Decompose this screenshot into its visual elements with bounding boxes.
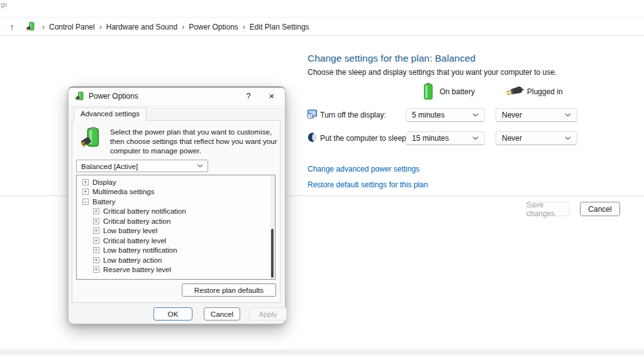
tree-item-label: Low battery notification: [103, 246, 177, 254]
close-icon[interactable]: ×: [265, 90, 279, 102]
tree-item-label: Low battery action: [103, 256, 162, 264]
up-arrow-icon[interactable]: ↑: [5, 21, 19, 33]
select-value: Balanced [Active]: [81, 162, 138, 170]
plug-icon: [504, 85, 525, 98]
tree-item-low-battery-level[interactable]: + Low battery level: [77, 226, 275, 236]
display-plugged-in-select[interactable]: Never: [496, 108, 577, 122]
tree-item-label: Multimedia settings: [92, 188, 154, 195]
tree-item-label: Battery: [92, 198, 115, 206]
tree-item-low-battery-action[interactable]: + Low battery action: [77, 255, 275, 265]
chevron-down-icon: [472, 136, 479, 140]
sleep-plugged-in-select[interactable]: Never: [496, 131, 577, 145]
save-changes-button[interactable]: Save changes: [526, 202, 570, 216]
breadcrumb-chevron: ›: [177, 23, 189, 31]
breadcrumb-chevron: ›: [38, 23, 49, 31]
display-icon: [307, 109, 318, 119]
tree-item-label: Display: [92, 178, 116, 186]
tree-item-critical-battery-level[interactable]: + Critical battery level: [77, 236, 275, 246]
expand-icon[interactable]: +: [93, 238, 99, 244]
ok-button[interactable]: OK: [153, 307, 192, 321]
expand-icon[interactable]: +: [93, 208, 99, 214]
dialog-title: Power Options: [89, 92, 138, 101]
tree-scrollbar-thumb[interactable]: [271, 229, 274, 278]
expand-icon[interactable]: +: [93, 257, 99, 263]
chevron-down-icon: [472, 113, 479, 117]
breadcrumb-power-options[interactable]: Power Options: [189, 23, 238, 31]
change-advanced-power-settings-link[interactable]: Change advanced power settings: [308, 165, 419, 173]
tree-item-label: Critical battery action: [103, 217, 170, 225]
tab-advanced-settings[interactable]: Advanced settings: [74, 107, 147, 121]
tree-item-display[interactable]: + Display: [77, 177, 275, 187]
tree-item-label: Critical battery level: [103, 237, 166, 244]
tree-item-critical-battery-action[interactable]: + Critical battery action: [77, 216, 275, 226]
dialog-titlebar[interactable]: Power Options ? ×: [69, 87, 285, 105]
tree-item-battery[interactable]: − Battery: [77, 197, 275, 207]
chevron-down-icon: [565, 136, 571, 140]
tree-scrollbar[interactable]: [270, 176, 274, 278]
select-value: 5 minutes: [412, 111, 445, 119]
sleep-on-battery-select[interactable]: 15 minutes: [406, 131, 485, 145]
window-bottom-shadow: [0, 348, 644, 358]
restore-default-settings-link[interactable]: Restore default settings for this plan: [308, 180, 428, 189]
column-header-plugged-in: Plugged in: [527, 87, 563, 96]
breadcrumb-chevron: ›: [238, 23, 250, 31]
window-title-fragment: gs: [1, 1, 8, 8]
power-options-icon: [80, 126, 103, 150]
tree-item-reserve-battery-level[interactable]: + Reserve battery level: [77, 265, 275, 275]
breadcrumb-chevron: ›: [95, 23, 106, 31]
tree-item-low-battery-notification[interactable]: + Low battery notification: [77, 246, 275, 256]
power-plan-select[interactable]: Balanced [Active]: [76, 160, 208, 172]
tree-item-multimedia-settings[interactable]: + Multimedia settings: [77, 187, 275, 197]
row-label-computer-sleep: Put the computer to sleep:: [320, 134, 408, 143]
expand-icon[interactable]: +: [93, 266, 99, 273]
page-subtitle: Choose the sleep and display settings th…: [308, 68, 557, 77]
expand-icon[interactable]: +: [82, 189, 89, 195]
breadcrumb-control-panel[interactable]: Control Panel: [49, 23, 95, 31]
apply-button[interactable]: Apply: [249, 307, 287, 321]
expand-icon[interactable]: +: [93, 228, 99, 234]
breadcrumb-hardware-and-sound[interactable]: Hardware and Sound: [106, 23, 177, 31]
power-options-icon: [26, 21, 36, 31]
select-value: 15 minutes: [412, 134, 449, 143]
battery-icon: [423, 82, 433, 100]
select-value: Never: [502, 134, 522, 143]
tree-item-critical-battery-notification[interactable]: + Critical battery notification: [77, 207, 275, 217]
chevron-down-icon: [197, 164, 203, 168]
collapse-icon[interactable]: −: [82, 199, 89, 205]
help-icon[interactable]: ?: [242, 90, 255, 102]
breadcrumb-edit-plan-settings[interactable]: Edit Plan Settings: [250, 23, 309, 31]
tree-item-label: Low battery level: [103, 227, 157, 234]
dialog-cancel-button[interactable]: Cancel: [204, 307, 240, 321]
restore-plan-defaults-button[interactable]: Restore plan defaults: [182, 283, 276, 297]
power-options-icon: [75, 91, 85, 101]
page-title: Change settings for the plan: Balanced: [308, 53, 475, 64]
edit-plan-settings-window: gs ↑ › Control Panel › Hardware and Soun…: [0, 0, 644, 362]
tree-item-label: Reserve battery level: [103, 266, 171, 273]
row-label-turn-off-display: Turn off the display:: [320, 111, 386, 119]
chevron-down-icon: [565, 113, 571, 117]
tree-item-label: Critical battery notification: [103, 207, 186, 215]
expand-icon[interactable]: +: [93, 218, 99, 224]
sleep-icon: [307, 132, 318, 143]
column-header-on-battery: On battery: [440, 87, 475, 96]
advanced-settings-tree: + Display + Multimedia settings − Batter…: [76, 175, 275, 280]
advanced-settings-tab-page: Select the power plan that you want to c…: [72, 120, 280, 303]
select-value: Never: [502, 111, 522, 119]
breadcrumb: › Control Panel › Hardware and Sound › P…: [38, 23, 309, 31]
cancel-button[interactable]: Cancel: [580, 202, 620, 216]
dialog-description: Select the power plan that you want to c…: [110, 127, 277, 155]
expand-icon[interactable]: +: [82, 179, 89, 185]
expand-icon[interactable]: +: [93, 247, 99, 253]
power-options-dialog: Power Options ? × Advanced settings Sele…: [68, 87, 286, 324]
display-on-battery-select[interactable]: 5 minutes: [406, 108, 485, 122]
